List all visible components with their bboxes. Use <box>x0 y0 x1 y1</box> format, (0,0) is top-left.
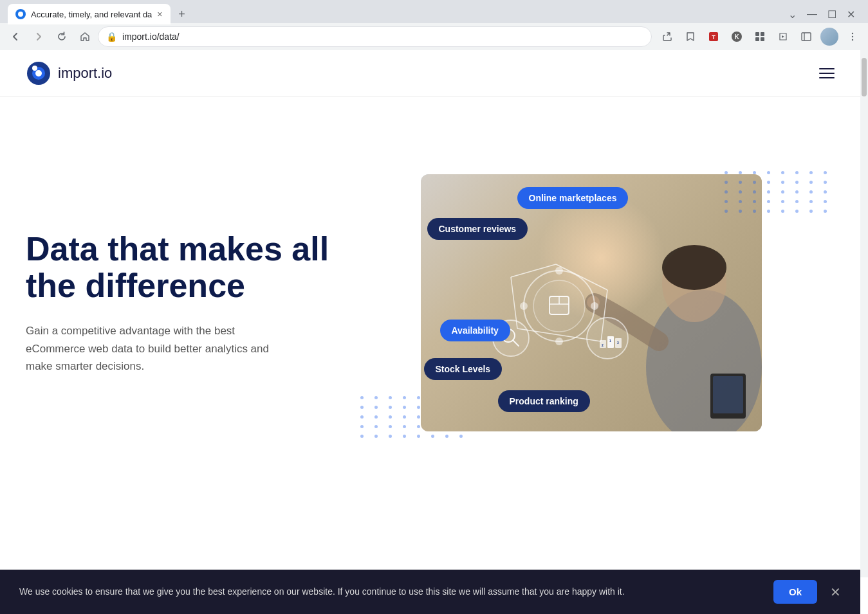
hamburger-menu-button[interactable] <box>819 68 835 78</box>
hero-image-area: // Will be generated via JS below <box>347 174 835 431</box>
dot <box>795 200 799 203</box>
refresh-button[interactable] <box>51 26 72 47</box>
dot <box>809 181 813 184</box>
svg-text:K: K <box>734 33 739 41</box>
active-tab[interactable]: Accurate, timely, and relevant da × <box>8 4 171 24</box>
dot <box>417 406 420 409</box>
svg-point-25 <box>555 338 563 345</box>
svg-point-10 <box>852 33 853 34</box>
dot <box>459 435 463 438</box>
dot <box>781 200 784 203</box>
logo-icon <box>26 60 51 86</box>
svg-rect-7 <box>761 37 764 41</box>
svg-point-26 <box>520 302 528 310</box>
window-restore-button[interactable]: ☐ <box>827 8 836 21</box>
scroll-area: import.io Data that makes all the differ… <box>0 50 868 577</box>
svg-point-12 <box>852 39 853 41</box>
sidebar-button[interactable] <box>796 26 817 47</box>
svg-rect-8 <box>802 33 811 41</box>
svg-rect-6 <box>755 37 759 41</box>
product-ranking-bubble: Product ranking <box>498 390 590 412</box>
dot <box>374 425 378 428</box>
dot <box>809 171 813 174</box>
dot <box>389 415 392 419</box>
extensions-button[interactable] <box>750 26 770 47</box>
hero-subtitle: Gain a competitive advantage with the be… <box>26 322 296 375</box>
dot <box>360 406 364 409</box>
dot <box>725 171 728 174</box>
svg-rect-4 <box>755 32 759 36</box>
svg-text:1: 1 <box>609 339 611 343</box>
home-button[interactable] <box>75 26 95 47</box>
dot <box>417 415 420 419</box>
dot <box>417 435 420 438</box>
dot <box>824 181 827 184</box>
tab-title: Accurate, timely, and relevant da <box>31 10 152 19</box>
window-controls: ⌄ — ☐ ✕ <box>788 8 860 21</box>
dot <box>781 181 784 184</box>
dot <box>767 171 770 174</box>
dot <box>431 435 434 438</box>
dot <box>360 425 364 428</box>
extension-shield[interactable]: T <box>703 26 724 47</box>
dot <box>781 171 784 174</box>
dot <box>389 396 392 399</box>
menu-line-3 <box>819 77 835 78</box>
svg-point-15 <box>35 70 42 77</box>
dot <box>374 406 378 409</box>
dot <box>809 200 813 203</box>
dot <box>824 200 827 203</box>
svg-point-11 <box>852 36 853 37</box>
back-button[interactable] <box>5 26 26 47</box>
dot <box>795 190 799 194</box>
scrollbar-thumb[interactable] <box>862 58 867 96</box>
dot <box>389 435 392 438</box>
chrome-menu-button[interactable] <box>842 26 863 47</box>
dot <box>360 396 364 399</box>
svg-point-24 <box>555 267 563 275</box>
address-bar[interactable]: 🔒 import.io/data/ <box>98 26 652 47</box>
window-collapse-icon[interactable]: ⌄ <box>788 8 797 21</box>
forward-button[interactable] <box>28 26 49 47</box>
customer-reviews-bubble: Customer reviews <box>427 218 528 240</box>
svg-point-27 <box>591 302 598 310</box>
window-close-button[interactable]: ✕ <box>847 8 855 21</box>
dot <box>753 171 756 174</box>
dot <box>767 181 770 184</box>
svg-line-17 <box>511 264 556 277</box>
svg-point-16 <box>32 66 37 71</box>
new-tab-button[interactable]: + <box>173 5 191 23</box>
site-navbar: import.io <box>0 50 860 97</box>
hero-image: 2 1 3 <box>421 174 762 431</box>
bookmark-button[interactable] <box>680 26 701 47</box>
browser-nav-bar: 🔒 import.io/data/ T K <box>0 23 868 50</box>
dot <box>795 181 799 184</box>
share-button[interactable] <box>657 26 678 47</box>
dot <box>403 435 406 438</box>
tab-favicon <box>15 9 26 19</box>
dot <box>374 435 378 438</box>
dot <box>781 190 784 194</box>
dot <box>389 406 392 409</box>
hero-title: Data that makes all the difference <box>26 231 347 304</box>
window-minimize-button[interactable]: — <box>807 8 817 20</box>
nav-actions: T K <box>657 26 863 47</box>
online-marketplaces-bubble: Online marketplaces <box>517 187 629 209</box>
extension-k[interactable]: K <box>726 26 747 47</box>
availability-bubble: Availability <box>440 320 510 341</box>
website-content: import.io Data that makes all the differ… <box>0 50 860 577</box>
scrollbar[interactable] <box>860 50 868 577</box>
dot <box>739 171 742 174</box>
dot <box>767 200 770 203</box>
dot <box>417 425 420 428</box>
site-logo[interactable]: import.io <box>26 60 112 86</box>
dot <box>360 435 364 438</box>
svg-text:2: 2 <box>602 343 604 347</box>
cookie-banner: We use cookies to ensure that we give yo… <box>0 570 860 577</box>
tab-close-button[interactable]: × <box>157 10 162 19</box>
media-button[interactable] <box>773 26 793 47</box>
profile-avatar[interactable] <box>819 26 840 47</box>
dot <box>403 406 406 409</box>
svg-rect-5 <box>761 32 764 36</box>
dot <box>417 396 420 399</box>
